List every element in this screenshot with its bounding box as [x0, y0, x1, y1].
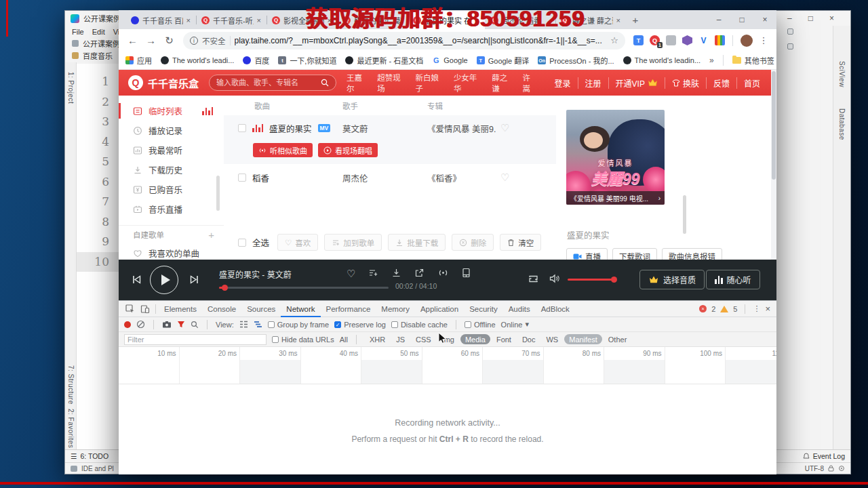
play-button[interactable]	[150, 266, 178, 294]
bookmark-google-translate[interactable]: TGoogle 翻译	[477, 55, 530, 66]
devtools-tab[interactable]: Elements	[159, 301, 202, 317]
tool-window-project[interactable]: 1: Project	[67, 72, 75, 104]
songlist-scrollbar-thumb[interactable]	[683, 195, 686, 234]
song-album[interactable]: 《爱情风暴 美丽9...	[427, 122, 496, 135]
devtools-tab[interactable]: Console	[202, 301, 241, 317]
checkbox-checked[interactable]: ✓	[334, 321, 341, 328]
scrollbar-thumb[interactable]	[772, 71, 776, 180]
browser-tab-2[interactable]: Q 千千音乐-听见 ×	[196, 11, 267, 29]
fm-mode-button[interactable]: 随心听	[706, 270, 760, 289]
loop-mode-button[interactable]	[527, 273, 540, 285]
tab-close-icon[interactable]: ×	[616, 16, 620, 24]
translate-extension-icon[interactable]: T	[633, 35, 644, 45]
song-artist[interactable]: 周杰伦	[342, 171, 368, 184]
search-icon[interactable]	[191, 321, 199, 329]
previous-track-button[interactable]	[131, 274, 142, 285]
record-button[interactable]	[124, 321, 131, 328]
lock-icon[interactable]	[828, 465, 834, 472]
devtools-tab[interactable]: Security	[464, 301, 503, 317]
song-artist[interactable]: 莫文蔚	[342, 122, 368, 135]
now-playing-title[interactable]: 盛夏的果实 - 莫文蔚	[219, 268, 292, 280]
hot-search-word[interactable]: 超赞现场	[377, 72, 407, 94]
resource-filter-pill[interactable]: JS	[391, 334, 410, 344]
tool-window-sciview[interactable]: SciView	[838, 61, 846, 87]
tool-window-structure[interactable]: 7: Structure	[67, 365, 75, 405]
browser-tab-1[interactable]: 千千音乐 百度 ×	[125, 11, 196, 29]
add-to-playlist-icon[interactable]	[368, 268, 378, 278]
select-quality-button[interactable]: 选择音质	[639, 270, 705, 289]
tool-window-database[interactable]: Database	[838, 108, 846, 140]
disable-cache-option[interactable]: Disable cache	[391, 321, 448, 329]
forward-button[interactable]: →	[142, 35, 159, 46]
mv-badge[interactable]: MV	[318, 124, 331, 132]
encoding-indicator[interactable]: UTF-8	[805, 465, 824, 472]
info-icon[interactable]: i	[190, 37, 198, 45]
row-checkbox[interactable]	[238, 124, 246, 132]
devtools-tab[interactable]: Memory	[376, 301, 415, 317]
live-button[interactable]: 直播	[566, 248, 608, 260]
bookmark-github-2[interactable]: The world's leadin...	[623, 56, 701, 64]
clear-button[interactable]	[136, 320, 145, 329]
checkbox[interactable]	[272, 336, 279, 343]
feedback-link[interactable]: 反馈	[706, 77, 736, 89]
ide-toolbar-icon[interactable]	[787, 43, 793, 49]
checkbox[interactable]	[391, 321, 398, 328]
album-art[interactable]: 爱情风暴 美麗99 《爱情风暴 美丽99 电视... ›	[566, 110, 665, 205]
song-row-playing[interactable]: 盛夏的果实 MV 莫文蔚 《爱情风暴 美丽9... ♡ 听相似歌曲	[224, 115, 556, 164]
filter-input[interactable]	[124, 334, 267, 345]
devtools-tab[interactable]: Performance	[321, 301, 376, 317]
favorite-heart-icon[interactable]: ♡	[347, 268, 355, 280]
filter-funnel-icon[interactable]	[177, 321, 185, 328]
lyrics-poster-icon[interactable]	[462, 268, 471, 278]
add-playlist-button[interactable]: +	[208, 229, 214, 241]
profile-avatar[interactable]	[741, 35, 753, 47]
ide-maximize-button[interactable]: □	[808, 14, 813, 23]
bookmark-baidu[interactable]: 百度	[243, 55, 269, 66]
report-song-info-button[interactable]: 歌曲信息报错	[662, 248, 722, 260]
download-lyrics-button[interactable]: 下载歌词	[612, 248, 657, 260]
add-to-playlist-button[interactable]: 加到歌单	[324, 234, 382, 251]
bookmark-star-icon[interactable]: ☆	[610, 35, 618, 45]
song-album[interactable]: 《稻香》	[427, 171, 496, 184]
bookmark-apps[interactable]: 应用	[125, 55, 152, 66]
tab-close-icon[interactable]: ×	[257, 16, 261, 24]
checkbox[interactable]	[465, 321, 471, 328]
warning-count[interactable]: 5	[733, 305, 737, 313]
site-logo[interactable]: Q 千千音乐盒	[128, 75, 199, 90]
song-title[interactable]: 稻香	[252, 171, 269, 184]
url-text[interactable]: play.taihe.com/?__m=mboxCtrl.playSong&__…	[235, 36, 607, 45]
bookmarks-overflow-icon[interactable]: »	[709, 56, 714, 65]
site-search-box[interactable]	[209, 75, 336, 91]
panel-song-title[interactable]: 盛夏的果实	[567, 228, 610, 241]
hot-search-word[interactable]: 薛之谦	[492, 72, 514, 94]
watch-live-cover-button[interactable]: 看现场翻唱	[318, 143, 378, 157]
resource-filter-pill[interactable]: WS	[541, 334, 563, 344]
devtools-tab[interactable]: AdBlock	[536, 301, 575, 317]
qianqian-extension-icon[interactable]: Q1	[650, 35, 660, 45]
device-toolbar-icon[interactable]	[138, 304, 153, 314]
chrome-menu-icon[interactable]: ⋮	[759, 35, 768, 45]
resource-filter-pill[interactable]: XHR	[365, 334, 390, 344]
home-link[interactable]: 首页	[736, 77, 767, 89]
v-extension-icon[interactable]: V	[698, 35, 709, 45]
download-icon[interactable]	[391, 268, 401, 278]
bookmark-shimo[interactable]: 最近更新 - 石墨文档	[345, 55, 423, 66]
sidebar-item-favorite-songs[interactable]: 我喜欢的单曲	[119, 243, 224, 260]
bookmark-github[interactable]: The world's leadi...	[161, 56, 234, 64]
hot-search-word[interactable]: 王嘉尔	[347, 72, 369, 94]
devtools-tab[interactable]: Sources	[241, 301, 281, 317]
delete-button[interactable]: 删除	[452, 234, 494, 251]
throttling-dropdown[interactable]: Online▾	[501, 320, 529, 329]
song-row[interactable]: 稻香 周杰伦 《稻香》 ♡	[224, 164, 556, 191]
devtools-close-icon[interactable]: ×	[765, 304, 770, 314]
error-count[interactable]: 2	[711, 305, 715, 313]
like-button[interactable]: ♡喜欢	[277, 234, 318, 251]
cast-extension-icon[interactable]	[666, 35, 676, 45]
favorite-heart-icon[interactable]: ♡	[500, 122, 509, 134]
filter-all[interactable]: All	[340, 336, 348, 344]
hector-icon[interactable]	[838, 465, 845, 472]
group-by-frame-option[interactable]: Group by frame	[268, 321, 329, 329]
devtools-menu-icon[interactable]: ⋮	[753, 304, 760, 313]
devtools-tab[interactable]: Application	[415, 301, 464, 317]
resource-filter-pill[interactable]: Other	[604, 334, 632, 344]
